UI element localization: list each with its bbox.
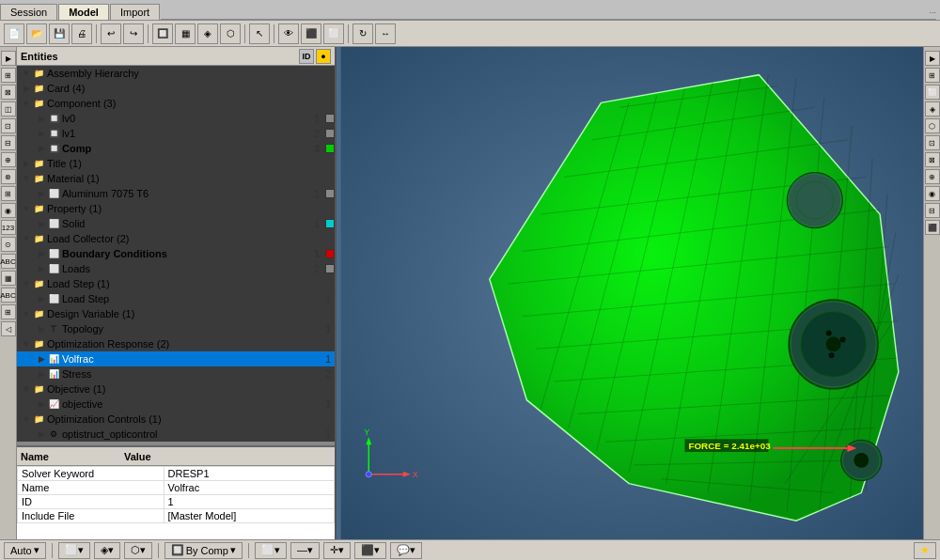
axis-btn[interactable]: ✛▾ <box>323 542 351 559</box>
left-icon-4[interactable]: ◫ <box>1 101 16 117</box>
expand-title[interactable]: ▶ <box>21 158 32 169</box>
expand-optctrl[interactable]: ▼ <box>21 413 32 425</box>
right-icon-2[interactable]: ⊞ <box>925 68 940 83</box>
tree-loadstep-group[interactable]: ▼ 📁 Load Step (1) <box>17 276 335 291</box>
expand-lv1[interactable]: ▶ <box>36 128 47 139</box>
eye-btn[interactable]: 👁 <box>278 23 299 44</box>
undo-btn[interactable]: ↩ <box>101 23 121 44</box>
save-btn[interactable]: 💾 <box>49 23 70 44</box>
expand-stress[interactable]: ▶ <box>36 368 47 380</box>
wire-btn[interactable]: ⬜ <box>323 23 344 44</box>
star-btn[interactable]: ★ <box>914 542 936 559</box>
tree-loadstep-item[interactable]: ▶ ⬜ Load Step 1 <box>17 291 335 306</box>
view-btn2[interactable]: ▦ <box>175 23 196 44</box>
cursor-btn[interactable]: ↖ <box>249 23 270 44</box>
right-icon-4[interactable]: ◈ <box>925 101 940 117</box>
tree-comp-item[interactable]: ▶ 🔲 Comp 3 <box>17 141 335 156</box>
left-icon-9[interactable]: ⊞ <box>1 186 16 201</box>
left-icon-1[interactable]: ▶ <box>1 51 16 66</box>
view-btn1[interactable]: 🔲 <box>152 23 173 44</box>
right-icon-1[interactable]: ▶ <box>925 51 940 66</box>
aluminum-color[interactable] <box>325 189 335 198</box>
tree-scroll[interactable]: ▼ 📁 Assembly Hierarchy ▶ 📁 Card (4) ▼ 📁 … <box>17 66 335 442</box>
left-icon-6[interactable]: ⊟ <box>1 135 16 150</box>
view-mode-btn3[interactable]: ⬡▾ <box>124 542 152 559</box>
tree-objective-item[interactable]: ▶ 📈 objective 1 <box>17 397 335 412</box>
light-btn[interactable]: ⬛▾ <box>354 542 386 559</box>
tree-property[interactable]: ▼ 📁 Property (1) <box>17 201 335 216</box>
expand-loadcoll[interactable]: ▼ <box>21 233 32 244</box>
right-icon-8[interactable]: ⊕ <box>925 169 940 184</box>
print-btn[interactable]: 🖨 <box>71 23 92 44</box>
boundary-color[interactable] <box>325 249 335 258</box>
left-icon-7[interactable]: ⊕ <box>1 152 16 167</box>
left-icon-5[interactable]: ⊡ <box>1 118 16 133</box>
color-icon[interactable]: ● <box>316 49 331 64</box>
redo-btn[interactable]: ↪ <box>123 23 144 44</box>
expand-solid[interactable]: ▶ <box>36 218 47 229</box>
rotate-btn[interactable]: ↻ <box>352 23 373 44</box>
lv0-color[interactable] <box>325 114 335 123</box>
tree-lv1[interactable]: ▶ 🔲 lv1 2 <box>17 126 335 141</box>
view-btn4[interactable]: ⬡ <box>220 23 241 44</box>
tab-model[interactable]: Model <box>58 4 109 20</box>
tree-title[interactable]: ▶ 📁 Title (1) <box>17 156 335 171</box>
tree-boundary[interactable]: ▶ ⬜ Boundary Conditions 1 <box>17 246 335 261</box>
expand-volfrac[interactable]: ▶ <box>36 353 47 365</box>
render-btn[interactable]: ⬛ <box>301 23 321 44</box>
expand-opticontrol[interactable]: ▶ <box>36 428 47 440</box>
expand-topology[interactable]: ▶ <box>36 323 47 334</box>
tab-session[interactable]: Session <box>0 4 57 20</box>
solid-color[interactable] <box>325 219 335 228</box>
tree-lv0[interactable]: ▶ 🔲 lv0 1 <box>17 111 335 126</box>
left-icon-10[interactable]: ◉ <box>1 203 16 218</box>
right-icon-10[interactable]: ⊟ <box>925 203 940 218</box>
expand-loadstep-item[interactable]: ▶ <box>36 293 47 304</box>
right-icon-11[interactable]: ⬛ <box>925 220 940 235</box>
tree-card[interactable]: ▶ 📁 Card (4) <box>17 81 335 96</box>
viewport[interactable]: Model Info: C:/Users/2207073k/Documents/… <box>337 47 940 539</box>
tree-solid[interactable]: ▶ ⬜ Solid 1 <box>17 216 335 231</box>
expand-objective-group[interactable]: ▼ <box>21 383 32 395</box>
left-icon-14[interactable]: ▦ <box>1 271 16 286</box>
tree-opticontrol[interactable]: ▶ ⚙ optistruct_opticontrol 1 <box>17 427 335 442</box>
expand-designvar[interactable]: ▼ <box>21 308 32 319</box>
expand-lv0[interactable]: ▶ <box>36 113 47 124</box>
expand-boundary[interactable]: ▶ <box>36 248 47 259</box>
loads-color[interactable] <box>325 264 335 273</box>
expand-aluminum[interactable]: ▶ <box>36 188 47 199</box>
shading-btn[interactable]: ⬜▾ <box>255 542 287 559</box>
tree-material[interactable]: ▼ 📁 Material (1) <box>17 171 335 186</box>
left-icon-16[interactable]: ⊞ <box>1 304 16 319</box>
expand-card[interactable]: ▶ <box>21 83 32 94</box>
expand-optresp[interactable]: ▼ <box>21 338 32 350</box>
expand-objective-item[interactable]: ▶ <box>36 398 47 410</box>
lv1-color[interactable] <box>325 129 335 138</box>
tree-component[interactable]: ▼ 📁 Component (3) <box>17 96 335 111</box>
right-icon-6[interactable]: ⊡ <box>925 135 940 150</box>
tree-assembly[interactable]: ▼ 📁 Assembly Hierarchy <box>17 66 335 81</box>
left-icon-2[interactable]: ⊞ <box>1 68 16 83</box>
tree-designvar[interactable]: ▼ 📁 Design Variable (1) <box>17 306 335 321</box>
wire-btn2[interactable]: —▾ <box>290 542 320 559</box>
left-icon-11[interactable]: 123 <box>1 220 16 235</box>
by-comp-btn[interactable]: 🔲 By Comp ▾ <box>164 542 243 559</box>
tree-optctrl[interactable]: ▼ 📁 Optimization Controls (1) <box>17 412 335 427</box>
expand-comp[interactable]: ▼ <box>21 98 32 109</box>
left-icon-12[interactable]: ⊙ <box>1 237 16 252</box>
tree-loads[interactable]: ▶ ⬜ Loads 2 <box>17 261 335 276</box>
tree-aluminum[interactable]: ▶ ⬜ Aluminum 7075 T6 1 <box>17 186 335 201</box>
expand-material[interactable]: ▼ <box>21 173 32 184</box>
auto-btn[interactable]: Auto ▾ <box>4 542 46 559</box>
left-icon-17[interactable]: ◁ <box>1 321 16 336</box>
tree-objective-group[interactable]: ▼ 📁 Objective (1) <box>17 381 335 397</box>
left-icon-15[interactable]: ABC <box>1 288 16 303</box>
expand-loads[interactable]: ▶ <box>36 263 47 274</box>
right-icon-3[interactable]: ⬜ <box>925 85 940 100</box>
view-mode-btn1[interactable]: ⬜▾ <box>58 542 90 559</box>
expand-comp-item[interactable]: ▶ <box>36 143 47 154</box>
expand-loadstep-group[interactable]: ▼ <box>21 278 32 289</box>
view-btn3[interactable]: ◈ <box>197 23 218 44</box>
expand-assembly[interactable]: ▼ <box>21 68 32 79</box>
tree-optresp[interactable]: ▼ 📁 Optimization Response (2) <box>17 336 335 351</box>
